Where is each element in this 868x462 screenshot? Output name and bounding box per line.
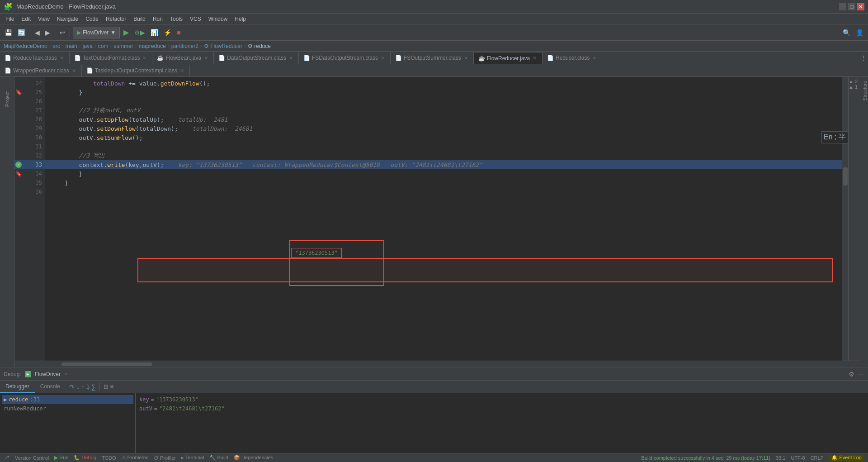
breadcrumb-java[interactable]: java <box>83 43 93 49</box>
dependencies-btn[interactable]: 📦 Dependencies <box>234 455 273 461</box>
menu-item-view[interactable]: View <box>34 15 53 23</box>
tab-overflow-button[interactable]: ⋮ <box>859 52 868 64</box>
tab-console[interactable]: Console <box>35 381 66 393</box>
breadcrumb-partitioner2[interactable]: partitioner2 <box>171 43 198 49</box>
debug-run-to-cursor[interactable]: ⤵ <box>86 383 90 391</box>
debug-label: Debug: <box>4 371 21 377</box>
tab-taskinputoutput[interactable]: 📄 TaskInputOutputContextImpl.class ✕ <box>82 65 190 76</box>
vcs-icon[interactable]: ⎇ <box>4 455 9 461</box>
line-sep-indicator[interactable]: CRLF <box>811 455 824 461</box>
scrollbar-thumb[interactable] <box>843 167 848 186</box>
breadcrumb-src[interactable]: src <box>53 43 60 49</box>
toolbar-back-button[interactable]: ◀ <box>33 27 42 38</box>
debug-session-close[interactable]: ✕ <box>64 371 67 377</box>
menu-item-edit[interactable]: Edit <box>18 15 34 23</box>
version-control-btn[interactable]: Version Control <box>15 455 49 461</box>
var-item-key[interactable]: key = "13736230513" <box>137 395 866 404</box>
build-btn[interactable]: 🔨 Build <box>209 455 228 461</box>
tab-flowreducer[interactable]: ☕ FlowReducer.java ✕ <box>474 52 542 64</box>
code-content[interactable]: totalDown += value.getDownFlow(); } //2 … <box>45 77 842 361</box>
tab-close-reducetask[interactable]: ✕ <box>59 55 65 62</box>
code-editor[interactable]: 24 🔖 25 26 27 <box>14 77 861 361</box>
menu-item-build[interactable]: Build <box>130 15 149 23</box>
tab-wrappedreducer[interactable]: 📄 WrappedReducer.class ✕ <box>0 65 82 76</box>
breadcrumb-reduce[interactable]: ⚙ reduce <box>248 43 271 49</box>
tab-close-flowbean[interactable]: ✕ <box>203 55 209 62</box>
tab-close-reducer-class[interactable]: ✕ <box>591 55 597 62</box>
breadcrumb-mapreduce-demo[interactable]: MapReduceDemo <box>4 43 47 49</box>
tab-close-fsdataoutputstream[interactable]: ✕ <box>380 55 386 62</box>
menu-item-help[interactable]: Help <box>231 15 250 23</box>
tab-close-fsoutputsummer[interactable]: ✕ <box>463 55 469 62</box>
toolbar-forward-button[interactable]: ▶ <box>43 27 52 38</box>
toolbar-save-all-button[interactable]: 💾 <box>3 27 14 38</box>
search-everywhere-button[interactable]: 🔍 <box>841 27 852 38</box>
close-button[interactable]: ✕ <box>857 3 864 10</box>
debug-session-name[interactable]: FlowDriver <box>35 371 61 377</box>
todo-btn[interactable]: TODO <box>102 455 116 461</box>
breadcrumb-main[interactable]: main <box>66 43 77 49</box>
tab-close-textoutputformat[interactable]: ✕ <box>142 55 147 62</box>
tab-close-dataoutputstream[interactable]: ✕ <box>288 55 294 62</box>
debug-frames-btn[interactable]: ⊞ <box>104 383 108 390</box>
menu-item-vcs[interactable]: VCS <box>186 15 205 23</box>
scrollbar-horizontal[interactable] <box>14 361 861 367</box>
minimize-button[interactable]: — <box>839 3 846 10</box>
tab-close-taskinputoutput[interactable]: ✕ <box>179 67 185 74</box>
menu-item-refactor[interactable]: Refactor <box>102 15 130 23</box>
debug-panel-minimize[interactable]: — <box>858 371 864 378</box>
menu-item-navigate[interactable]: Navigate <box>53 15 82 23</box>
maximize-button[interactable]: □ <box>848 3 855 10</box>
menu-item-window[interactable]: Window <box>205 15 231 23</box>
profiler-btn[interactable]: ⏱ Profiler <box>154 455 176 461</box>
toolbar-sync-button[interactable]: 🔄 <box>16 27 27 38</box>
tab-reducetask[interactable]: 📄 ReduceTask.class ✕ <box>0 52 70 64</box>
stop-button[interactable]: ■ <box>175 27 182 38</box>
tab-dataoutputstream[interactable]: 📄 DataOutputStream.class ✕ <box>214 52 299 64</box>
h-scrollbar-thumb[interactable] <box>61 362 152 366</box>
debug-evaluate-expr[interactable]: ∑ <box>91 383 96 391</box>
breadcrumb-com[interactable]: com <box>98 43 108 49</box>
tab-textoutputformat[interactable]: 📄 TextOutputFormat.class ✕ <box>70 52 153 64</box>
tab-reducer-class[interactable]: 📄 Reducer.class ✕ <box>542 52 602 64</box>
tab-close-flowreducer[interactable]: ✕ <box>532 55 538 62</box>
scrollbar-vertical[interactable] <box>842 77 848 361</box>
tab-fsdataoutputstream[interactable]: 📄 FSDataOutputStream.class ✕ <box>299 52 391 64</box>
debug-step-into-icon[interactable]: ↓ <box>76 383 80 391</box>
debug-step-out-icon[interactable]: ↑ <box>81 383 85 391</box>
tab-close-wrappedreducer[interactable]: ✕ <box>71 67 77 74</box>
frame-item-1[interactable]: ▶ reduce :33 <box>2 395 133 404</box>
profile-button[interactable]: ⚡ <box>162 27 173 38</box>
debug-run-button[interactable]: ⚙▶ <box>132 27 147 38</box>
debug-step-over-icon[interactable]: ↷ <box>69 383 75 391</box>
debug-variables-btn[interactable]: ≡ <box>110 383 114 390</box>
settings-button[interactable]: 👤 <box>854 27 865 38</box>
breadcrumb-mapreduce[interactable]: mapreduce <box>139 43 166 49</box>
tab-fsoutputsummer[interactable]: 📄 FSOutputSummer.class ✕ <box>391 52 474 64</box>
coverage-button[interactable]: 📊 <box>149 27 160 38</box>
menu-item-file[interactable]: File <box>2 15 18 23</box>
menu-item-run[interactable]: Run <box>149 15 166 23</box>
toolbar-undo-button[interactable]: ↩ <box>58 27 67 38</box>
run-button[interactable]: ▶ <box>122 27 131 38</box>
run-config-selector[interactable]: ▶ FlowDriver ▼ <box>73 27 120 38</box>
menu-item-code[interactable]: Code <box>82 15 102 23</box>
cursor-position[interactable]: 33:1 <box>776 455 785 461</box>
frame-item-2[interactable]: runNewReducer <box>2 404 133 413</box>
var-item-outv[interactable]: outV = "2481\t24681\t27162" <box>137 404 866 413</box>
event-log-btn[interactable]: 🔔 Event Log <box>829 455 864 461</box>
tab-flowbean[interactable]: ☕ FlowBean.java ✕ <box>152 52 214 64</box>
debug-settings-button[interactable]: ⚙ <box>849 371 854 378</box>
terminal-btn[interactable]: ▸ Terminal <box>181 455 204 461</box>
gutter-row-29: 29 <box>14 124 45 133</box>
encoding-indicator[interactable]: UTF-8 <box>791 455 805 461</box>
breadcrumb-flowreducer[interactable]: ⚙ FlowReducer <box>204 43 242 49</box>
problems-btn[interactable]: ⚠ Problems <box>122 455 149 461</box>
run-btn-status[interactable]: ▶ Run <box>54 455 68 461</box>
menu-item-tools[interactable]: Tools <box>166 15 186 23</box>
tab-debugger[interactable]: Debugger <box>0 381 35 393</box>
breadcrumb-summer[interactable]: summer <box>113 43 133 49</box>
debug-btn-status[interactable]: 🐛 Debug <box>74 455 96 461</box>
event-log-icon: 🔔 <box>831 455 838 460</box>
title-bar-controls: — □ ✕ <box>839 3 864 10</box>
